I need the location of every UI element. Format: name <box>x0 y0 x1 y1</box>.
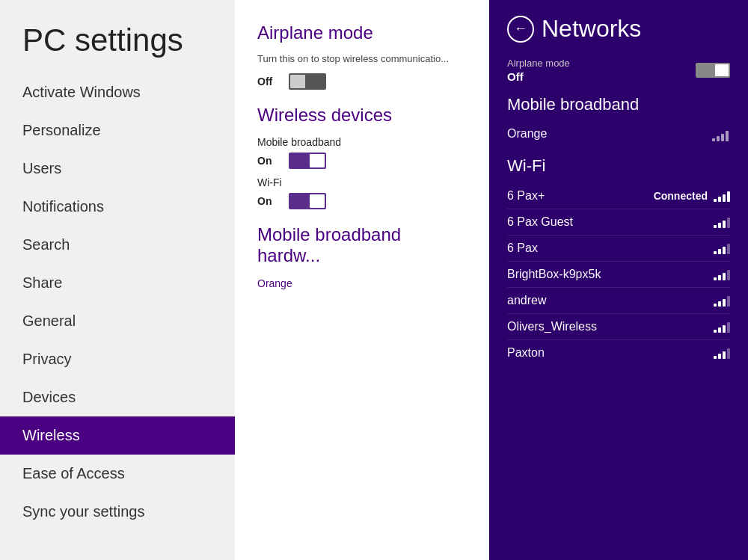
sidebar-item-sync[interactable]: Sync your settings <box>0 493 235 531</box>
back-header: ← Networks <box>507 15 730 43</box>
right-panel: ← Networks Airplane mode Off Mobile broa… <box>489 0 748 560</box>
mobile-signal-icon <box>712 126 730 141</box>
wifi-network-name: andrew <box>507 294 546 307</box>
wifi-network-row[interactable]: 6 Pax+ Connected <box>507 183 730 209</box>
sidebar-item-devices[interactable]: Devices <box>0 378 235 416</box>
sidebar-item-personalize[interactable]: Personalize <box>0 111 235 150</box>
airplane-toggle[interactable] <box>289 73 326 90</box>
mobile-bb-network-name: Orange <box>507 127 547 141</box>
signal-icon <box>714 216 730 228</box>
wifi-network-name: Paxton <box>507 346 545 360</box>
wifi-network-row[interactable]: 6 Pax <box>507 236 730 262</box>
network-right: Connected <box>654 190 730 202</box>
signal-icon <box>714 190 730 202</box>
wifi-toggle[interactable] <box>289 193 326 209</box>
connected-label: Connected <box>654 190 708 202</box>
mobile-broadband-toggle[interactable] <box>289 153 326 169</box>
sidebar: PC settings Activate WindowsPersonalizeU… <box>0 0 235 560</box>
sidebar-item-users[interactable]: Users <box>0 150 235 188</box>
network-right <box>714 347 730 359</box>
ms-bar-1 <box>712 138 715 141</box>
sidebar-item-wireless[interactable]: Wireless <box>0 416 235 455</box>
wifi-network-list: 6 Pax+ Connected 6 Pax Guest 6 Pax <box>507 183 730 366</box>
mobile-broadband-toggle-row: On <box>257 153 467 169</box>
airplane-toggle-thumb <box>290 75 305 88</box>
wifi-network-row[interactable]: 6 Pax Guest <box>507 209 730 236</box>
panel-airplane-toggle[interactable] <box>696 63 730 78</box>
mobile-broadband-toggle-label: On <box>257 155 280 167</box>
panel-airplane-toggle-thumb <box>715 64 729 76</box>
sidebar-item-notifications[interactable]: Notifications <box>0 188 235 226</box>
ms-bar-2 <box>717 136 720 141</box>
sidebar-item-ease-of-access[interactable]: Ease of Access <box>0 455 235 493</box>
airplane-toggle-row: Off <box>257 73 467 90</box>
wifi-network-name: Olivers_Wireless <box>507 320 597 333</box>
sidebar-title: PC settings <box>0 0 235 73</box>
panel-airplane-label: Airplane mode <box>507 58 570 69</box>
network-right <box>714 216 730 228</box>
wifi-toggle-row: On <box>257 193 467 209</box>
sidebar-nav: Activate WindowsPersonalizeUsersNotifica… <box>0 73 235 560</box>
signal-icon <box>714 321 730 333</box>
signal-icon <box>714 268 730 280</box>
wifi-network-name: 6 Pax+ <box>507 189 545 203</box>
back-icon: ← <box>514 21 527 37</box>
panel-mobile-heading: Mobile broadband <box>507 95 730 114</box>
network-right <box>714 268 730 280</box>
wifi-network-row[interactable]: andrew <box>507 288 730 314</box>
wifi-label: Wi-Fi <box>257 176 467 188</box>
panel-airplane-left: Airplane mode Off <box>507 58 570 83</box>
mobile-bb-network-row[interactable]: Orange <box>507 122 730 146</box>
airplane-mode-heading: Airplane mode <box>257 22 467 43</box>
orange-link[interactable]: Orange <box>257 277 292 289</box>
panel-wifi-heading: Wi-Fi <box>507 156 730 176</box>
signal-icon <box>714 295 730 307</box>
mobile-broadband-label: Mobile broadband <box>257 136 467 148</box>
ms-bar-4 <box>726 131 729 141</box>
main-content: Airplane mode Turn this on to stop wirel… <box>235 0 489 560</box>
wifi-network-row[interactable]: Olivers_Wireless <box>507 314 730 340</box>
airplane-desc: Turn this on to stop wireless communicat… <box>257 52 467 66</box>
panel-title: Networks <box>542 15 641 43</box>
panel-airplane-value: Off <box>507 70 570 83</box>
mobile-broadband-toggle-thumb <box>310 154 325 167</box>
wifi-network-name: 6 Pax <box>507 241 538 255</box>
wireless-devices-heading: Wireless devices <box>257 105 467 126</box>
wifi-network-name: 6 Pax Guest <box>507 215 573 229</box>
sidebar-item-privacy[interactable]: Privacy <box>0 340 235 378</box>
network-right <box>714 321 730 333</box>
sidebar-item-activate-windows[interactable]: Activate Windows <box>0 73 235 111</box>
sidebar-item-share[interactable]: Share <box>0 264 235 302</box>
sidebar-item-general[interactable]: General <box>0 302 235 340</box>
wifi-network-row[interactable]: Paxton <box>507 340 730 366</box>
wifi-network-name: BrightBox-k9px5k <box>507 268 601 281</box>
network-right <box>714 242 730 254</box>
wifi-toggle-thumb <box>310 194 325 208</box>
panel-airplane-row: Airplane mode Off <box>507 58 730 83</box>
signal-icon <box>714 242 730 254</box>
signal-icon <box>714 347 730 359</box>
mobile-hardware-heading: Mobile broadband hardw... <box>257 224 467 266</box>
sidebar-item-search[interactable]: Search <box>0 226 235 264</box>
wifi-network-row[interactable]: BrightBox-k9px5k <box>507 262 730 288</box>
back-button[interactable]: ← <box>507 16 534 43</box>
network-right <box>714 295 730 307</box>
airplane-toggle-label: Off <box>257 76 280 87</box>
ms-bar-3 <box>721 134 724 141</box>
wifi-toggle-label: On <box>257 195 280 207</box>
